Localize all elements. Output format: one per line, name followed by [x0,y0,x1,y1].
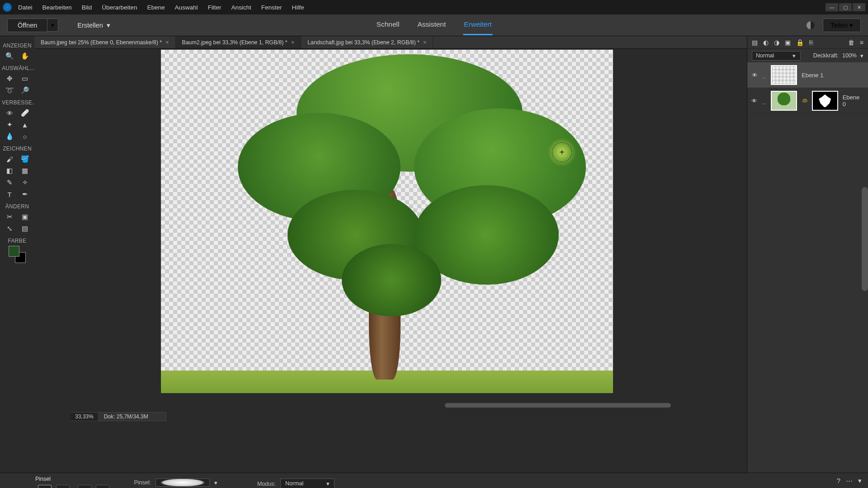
visibility-icon[interactable]: 👁 [751,98,758,104]
brush-preview[interactable] [156,479,210,487]
shape-tool-icon[interactable]: ✧ [19,177,30,188]
document-tab[interactable]: Baum.jpeg bei 25% (Ebene 0, Ebenenmaske/… [34,36,176,48]
create-button[interactable]: Erstellen ▾ [70,19,117,32]
group-auswaehl: AUSWÄHL... [2,65,33,71]
horizontal-scrollbar[interactable] [445,403,671,408]
status-strip: 33,33% Dok: 25,7M/34,3M [71,412,166,421]
menu-datei[interactable]: Datei [18,4,33,11]
lasso-tool-icon[interactable]: ➰ [4,85,15,96]
blur-tool-icon[interactable]: 💧 [4,131,15,142]
menu-ansicht[interactable]: Ansicht [231,4,251,11]
menu-fenster[interactable]: Fenster [261,4,282,11]
zoom-tool-icon[interactable]: 🔍 [4,51,15,61]
document-tabs: Baum.jpeg bei 25% (Ebene 0, Ebenenmaske/… [34,36,747,49]
options-menu-icon[interactable]: ⋯ [846,477,853,485]
blend-mode-dropdown[interactable]: Normal▾ [752,51,801,61]
straighten-tool-icon[interactable]: ⤡ [4,223,15,234]
layer-item[interactable]: 👁 ⎯ 𐄷 Ebene 0 [747,88,868,114]
share-button[interactable]: Teilen ▾ [823,19,861,32]
chevron-down-icon: ▾ [793,52,796,59]
pen-tool-icon[interactable]: ✒ [19,189,30,200]
move-tool-icon[interactable]: ✥ [4,73,15,84]
menu-ueberarbeiten[interactable]: Überarbeiten [102,4,137,11]
quick-select-tool-icon[interactable]: 🔎 [19,85,30,96]
document-tab[interactable]: Baum2.jpeg bei 33,3% (Ebene 1, RGB/8) *× [176,36,302,48]
layer-name[interactable]: Ebene 0 [843,94,864,108]
layer-thumbnail[interactable] [771,65,797,85]
brush-tool-icon[interactable]: 🖌 [4,154,15,164]
group-zeichnen: ZEICHNEN [2,145,33,152]
group-verbessern: VERBESSE... [2,99,33,106]
marquee-tool-icon[interactable]: ▭ [19,73,30,84]
link-icon[interactable]: ⎘ [809,39,813,46]
gradient-tool-icon[interactable]: ▦ [19,165,30,176]
zoom-readout[interactable]: 33,33% [71,412,99,421]
opacity-value[interactable]: 100% [842,52,857,59]
maximize-button[interactable]: ▢ [839,3,852,11]
mode-expert[interactable]: Erweitert [463,15,492,35]
panel-menu-icon[interactable]: ≡ [860,39,863,46]
mode-quick[interactable]: Schnell [376,15,401,35]
group-farbe: FARBE [2,238,33,244]
close-tab-icon[interactable]: × [291,39,295,46]
close-button[interactable]: ✕ [853,3,865,11]
layers-scrollbar[interactable] [862,187,868,291]
document-tab[interactable]: Landschaft.jpg bei 33,3% (Ebene 2, RGB/8… [301,36,433,48]
visibility-icon[interactable]: 👁 [751,72,758,79]
text-tool-icon[interactable]: T [4,189,15,200]
pencil-tool-icon[interactable]: ✎ [4,177,15,188]
layer-thumbnail[interactable] [771,91,797,111]
stamp-tool-icon[interactable]: ▲ [19,119,30,130]
healing-tool-icon[interactable]: 🩹 [19,108,30,118]
layer-name[interactable]: Ebene 1 [802,72,823,79]
layer-fx-icon[interactable]: ◐ [763,39,769,46]
brush-variant-icon[interactable]: 🖌 [38,485,52,488]
menu-auswahl[interactable]: Auswahl [175,4,198,11]
close-tab-icon[interactable]: × [423,39,427,46]
clone-tool-icon[interactable]: ✦ [4,119,15,130]
opacity-label: Deckkraft: [813,52,839,59]
adjust-layer-icon[interactable]: ◑ [774,39,779,46]
eraser-tool-icon[interactable]: ◧ [4,165,15,176]
hand-tool-icon[interactable]: ✋ [19,51,30,61]
link-slot-icon[interactable]: ⎯ [763,98,766,104]
mask-link-icon[interactable]: 𐄷 [802,98,807,104]
minimize-button[interactable]: — [826,3,838,11]
menu-bearbeiten[interactable]: Bearbeiten [42,4,72,11]
mode-assist[interactable]: Assistent [416,15,447,35]
menu-filter[interactable]: Filter [208,4,221,11]
foreground-color-swatch[interactable] [9,246,19,257]
close-tab-icon[interactable]: × [165,39,169,46]
lock-icon[interactable]: 🔒 [796,39,804,46]
open-button[interactable]: Öffnen [7,19,47,32]
mask-icon[interactable]: ▣ [785,39,791,46]
pattern-brush-icon[interactable]: ✧ [96,485,109,488]
chevron-down-icon[interactable]: ▾ [860,52,863,59]
menu-hilfe[interactable]: Hilfe [292,4,304,11]
help-icon[interactable]: ? [837,477,840,485]
menu-bild[interactable]: Bild [82,4,92,11]
open-button-caret[interactable]: ▾ [47,19,58,32]
theme-toggle-icon[interactable] [807,21,815,29]
redeye-tool-icon[interactable]: 👁 [4,108,15,118]
menu-ebene[interactable]: Ebene [147,4,165,11]
recompose-tool-icon[interactable]: ▣ [19,211,30,222]
content-tool-icon[interactable]: ▤ [19,223,30,234]
impressionist-brush-icon[interactable]: 〰 [56,485,70,488]
link-slot-icon[interactable]: ⎯ [763,72,766,79]
layer-mask-thumbnail[interactable] [812,91,838,111]
collapse-icon[interactable]: ▾ [858,477,862,485]
layer-item[interactable]: 👁 ⎯ Ebene 1 [747,62,868,88]
mode-label: Modus: [253,481,276,487]
color-replace-brush-icon[interactable]: ✎ [78,485,91,488]
sponge-tool-icon[interactable]: ○ [19,131,30,142]
trash-icon[interactable]: 🗑 [848,39,854,46]
color-swatches[interactable] [9,246,26,263]
chevron-down-icon[interactable]: ▾ [214,479,217,486]
new-layer-icon[interactable]: ▤ [752,39,758,46]
canvas[interactable]: + [161,50,613,393]
bucket-tool-icon[interactable]: 🪣 [19,154,30,164]
brush-preset-label: Pinsel: [125,479,151,486]
mode-dropdown[interactable]: Normal▾ [280,479,335,488]
crop-tool-icon[interactable]: ✂ [4,211,15,222]
